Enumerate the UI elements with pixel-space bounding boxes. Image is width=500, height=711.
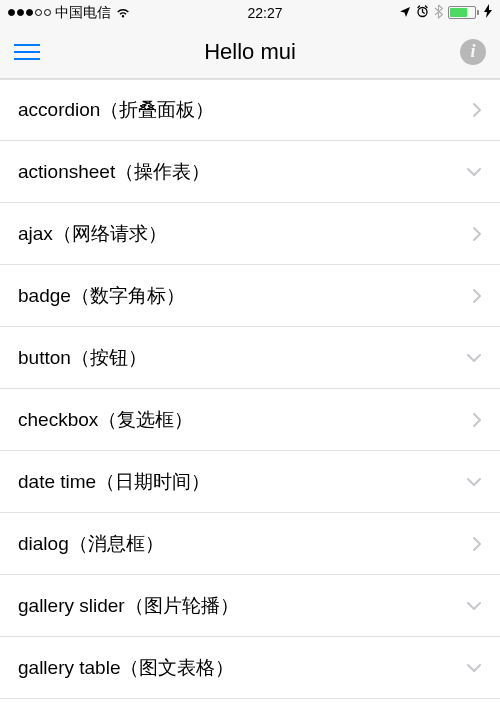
carrier-label: 中国电信 bbox=[55, 4, 111, 22]
list-item-label: gallery table（图文表格） bbox=[18, 655, 234, 681]
chevron-down-icon bbox=[466, 353, 482, 363]
list-item[interactable]: checkbox（复选框） bbox=[0, 389, 500, 451]
location-icon bbox=[399, 5, 411, 21]
status-left: 中国电信 bbox=[8, 4, 131, 22]
alarm-icon bbox=[416, 5, 429, 21]
bluetooth-icon bbox=[434, 4, 443, 22]
list-item[interactable]: dialog（消息框） bbox=[0, 513, 500, 575]
status-bar: 中国电信 22:27 bbox=[0, 0, 500, 25]
chevron-down-icon bbox=[466, 663, 482, 673]
list-item-label: dialog（消息框） bbox=[18, 531, 164, 557]
status-right bbox=[399, 4, 492, 22]
list-item[interactable]: date time（日期时间） bbox=[0, 451, 500, 513]
menu-icon[interactable] bbox=[14, 44, 40, 60]
charging-icon bbox=[484, 4, 492, 21]
list-item[interactable]: badge（数字角标） bbox=[0, 265, 500, 327]
chevron-right-icon bbox=[472, 288, 482, 304]
list-item[interactable]: ajax（网络请求） bbox=[0, 203, 500, 265]
list-item-label: ajax（网络请求） bbox=[18, 221, 167, 247]
wifi-icon bbox=[115, 7, 131, 19]
list-item[interactable]: button（按钮） bbox=[0, 327, 500, 389]
chevron-right-icon bbox=[472, 226, 482, 242]
list-item-label: badge（数字角标） bbox=[18, 283, 185, 309]
status-time: 22:27 bbox=[247, 5, 282, 21]
signal-strength-icon bbox=[8, 9, 51, 16]
list-item-label: button（按钮） bbox=[18, 345, 147, 371]
component-list: accordion（折叠面板）actionsheet（操作表）ajax（网络请求… bbox=[0, 79, 500, 711]
list-item-label: checkbox（复选框） bbox=[18, 407, 193, 433]
list-item-label: accordion（折叠面板） bbox=[18, 97, 214, 123]
nav-bar: Hello mui i bbox=[0, 25, 500, 79]
list-item-label: actionsheet（操作表） bbox=[18, 159, 210, 185]
list-item[interactable]: actionsheet（操作表） bbox=[0, 141, 500, 203]
battery-icon bbox=[448, 6, 479, 19]
list-item[interactable]: gallery table（图文表格） bbox=[0, 637, 500, 699]
list-item[interactable]: accordion（折叠面板） bbox=[0, 79, 500, 141]
chevron-right-icon bbox=[472, 536, 482, 552]
list-item[interactable]: gallery slider（图片轮播） bbox=[0, 575, 500, 637]
page-title: Hello mui bbox=[204, 39, 296, 65]
chevron-down-icon bbox=[466, 601, 482, 611]
chevron-right-icon bbox=[472, 102, 482, 118]
chevron-down-icon bbox=[466, 477, 482, 487]
list-item-label: gallery slider（图片轮播） bbox=[18, 593, 239, 619]
chevron-right-icon bbox=[472, 412, 482, 428]
list-item[interactable]: grid（9宫格） bbox=[0, 699, 500, 711]
info-icon[interactable]: i bbox=[460, 39, 486, 65]
list-item-label: date time（日期时间） bbox=[18, 469, 210, 495]
chevron-down-icon bbox=[466, 167, 482, 177]
